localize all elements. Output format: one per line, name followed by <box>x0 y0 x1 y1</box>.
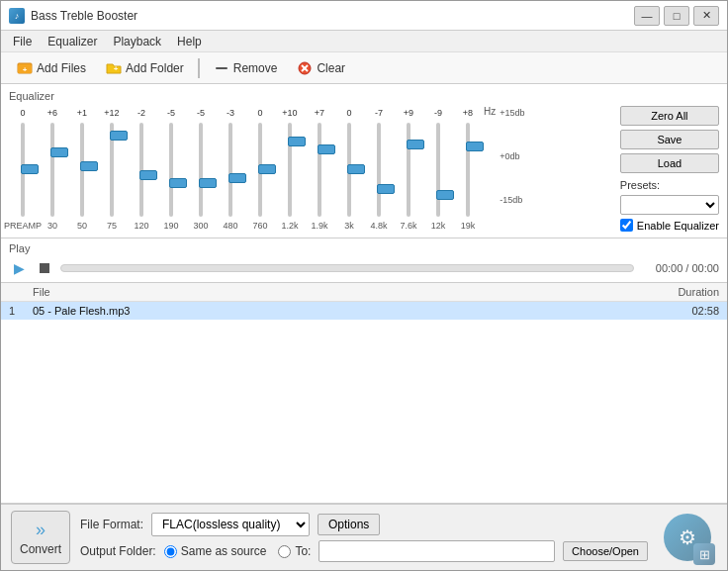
to-radio[interactable] <box>278 545 291 558</box>
add-folder-icon: + <box>106 60 122 76</box>
remove-button[interactable]: Remove <box>206 57 286 79</box>
play-label: Play <box>9 242 719 254</box>
file-num: 1 <box>9 305 33 317</box>
eq-col-19k: +8 19k <box>454 106 482 231</box>
add-files-label: Add Files <box>37 61 86 75</box>
add-files-button[interactable]: + Add Files <box>9 57 94 79</box>
clear-label: Clear <box>317 61 345 75</box>
eq-slider-30[interactable] <box>44 123 61 217</box>
watermark-area: ⚙ ⊞ <box>658 513 717 562</box>
presets-select[interactable] <box>620 195 719 215</box>
add-files-icon: + <box>17 60 33 76</box>
menu-equalizer[interactable]: Equalizer <box>40 33 105 50</box>
app-icon: ♪ <box>9 8 25 24</box>
eq-col-75: +12 75 <box>98 106 126 231</box>
toolbar: + Add Files + Add Folder Remove <box>1 52 727 84</box>
eq-col-4k8: -7 4.8k <box>365 106 393 231</box>
eq-slider-3k[interactable] <box>340 123 358 217</box>
file-format-label: File Format: <box>80 518 143 531</box>
progress-bar[interactable] <box>60 264 634 272</box>
convert-icon: » <box>36 520 46 540</box>
stop-icon <box>40 263 49 273</box>
stop-button[interactable] <box>35 258 54 278</box>
eq-db-labels: +15db +0db -15db <box>500 106 524 205</box>
convert-label: Convert <box>20 542 61 556</box>
svg-text:+: + <box>114 64 119 73</box>
db-label-zero: +0db <box>500 151 524 161</box>
eq-slider-19k[interactable] <box>459 123 477 217</box>
toolbar-separator-1 <box>198 58 200 78</box>
eq-col-50: +1 50 <box>68 106 96 231</box>
to-label: To: <box>295 544 311 558</box>
zero-all-button[interactable]: Zero All <box>620 106 719 126</box>
eq-slider-480[interactable] <box>222 123 239 217</box>
save-button[interactable]: Save <box>620 130 719 149</box>
options-button[interactable]: Options <box>318 514 380 535</box>
col-duration-header: Duration <box>650 286 719 298</box>
table-row[interactable]: 1 05 - Pale Flesh.mp3 02:58 <box>1 302 727 320</box>
maximize-button[interactable]: □ <box>664 6 689 26</box>
equalizer-content: 0 PREAMP +6 30 <box>9 106 719 232</box>
eq-col-760: 0 760 <box>246 106 274 231</box>
clear-button[interactable]: Clear <box>289 57 353 79</box>
choose-open-button[interactable]: Choose/Open <box>563 541 648 561</box>
title-bar-left: ♪ Bass Treble Booster <box>9 8 137 24</box>
menu-file[interactable]: File <box>5 33 40 50</box>
clear-icon <box>297 60 313 76</box>
eq-slider-760[interactable] <box>251 123 269 217</box>
eq-slider-190[interactable] <box>162 123 180 217</box>
title-bar: ♪ Bass Treble Booster — □ ✕ <box>1 1 727 31</box>
hz-label: Hz <box>484 106 496 131</box>
eq-right-controls: Zero All Save Load Presets: Enable Equal… <box>620 106 719 232</box>
db-label-plus15: +15db <box>500 108 524 118</box>
eq-slider-12k[interactable] <box>429 123 447 217</box>
time-display: 00:00 / 00:00 <box>640 262 719 274</box>
eq-slider-75[interactable] <box>103 123 121 217</box>
main-window: ♪ Bass Treble Booster — □ ✕ File Equaliz… <box>0 0 728 571</box>
remove-icon <box>214 60 229 76</box>
file-list-header: File Duration <box>1 283 727 302</box>
eq-slider-7k6[interactable] <box>400 123 417 217</box>
output-path-input[interactable] <box>318 540 555 562</box>
menu-playback[interactable]: Playback <box>105 33 169 50</box>
menu-help[interactable]: Help <box>169 33 210 50</box>
eq-slider-300[interactable] <box>192 123 210 217</box>
col-num-header <box>9 286 33 298</box>
minimize-button[interactable]: — <box>634 6 660 26</box>
eq-slider-preamp[interactable] <box>14 123 32 217</box>
eq-col-1k9: +7 1.9k <box>306 106 333 231</box>
add-folder-label: Add Folder <box>126 61 184 75</box>
title-bar-controls: — □ ✕ <box>634 6 719 26</box>
enable-eq-label: Enable Equalizer <box>637 220 719 232</box>
eq-slider-120[interactable] <box>133 123 150 217</box>
eq-col-120: -2 120 <box>128 106 155 231</box>
same-as-source-option[interactable]: Same as source <box>164 544 267 558</box>
format-select[interactable]: FLAC(lossless quality) MP3 WAV AAC OGG <box>151 513 310 536</box>
presets-label: Presets: <box>620 179 719 191</box>
eq-col-300: -5 300 <box>187 106 215 231</box>
to-option[interactable]: To: <box>278 544 311 558</box>
eq-col-3k: 0 3k <box>335 106 363 231</box>
eq-col-190: -5 190 <box>157 106 185 231</box>
enable-eq-row: Enable Equalizer <box>620 219 719 232</box>
add-folder-button[interactable]: + Add Folder <box>98 57 192 79</box>
play-button[interactable]: ▶ <box>9 258 29 278</box>
play-controls: ▶ 00:00 / 00:00 <box>9 258 719 278</box>
enable-eq-checkbox[interactable] <box>620 219 633 232</box>
eq-slider-50[interactable] <box>73 123 91 217</box>
play-section: Play ▶ 00:00 / 00:00 <box>1 238 727 283</box>
file-name: 05 - Pale Flesh.mp3 <box>33 305 650 317</box>
eq-slider-1k9[interactable] <box>311 123 328 217</box>
convert-button[interactable]: » Convert <box>11 511 70 564</box>
col-file-header: File <box>33 286 650 298</box>
svg-rect-4 <box>216 67 228 69</box>
eq-slider-1k2[interactable] <box>281 123 299 217</box>
eq-slider-4k8[interactable] <box>370 123 388 217</box>
watermark-logo: ⚙ ⊞ <box>664 514 711 561</box>
same-as-source-radio[interactable] <box>164 545 177 558</box>
close-button[interactable]: ✕ <box>693 6 719 26</box>
same-as-source-label: Same as source <box>181 544 267 558</box>
output-row: Output Folder: Same as source To: Choose… <box>80 540 648 562</box>
load-button[interactable]: Load <box>620 153 719 173</box>
eq-col-30: +6 30 <box>39 106 66 231</box>
